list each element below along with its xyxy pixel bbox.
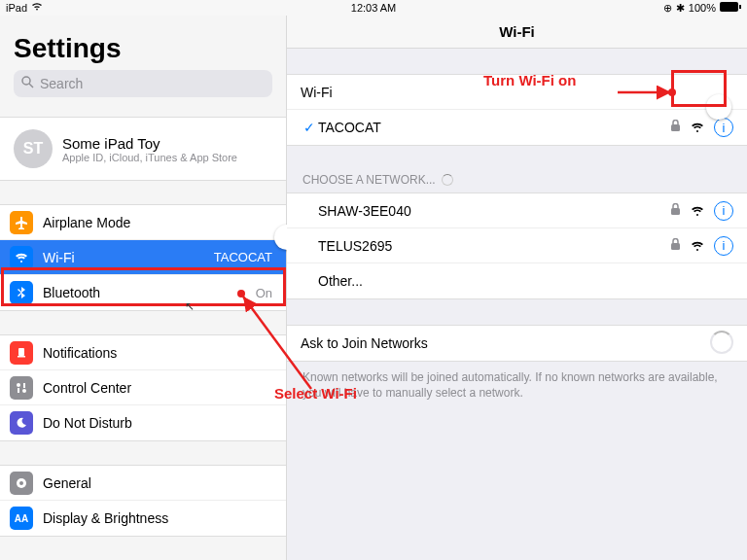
svg-rect-12: [671, 124, 680, 131]
network-name: TELUS2695: [318, 238, 670, 254]
notifications-label: Notifications: [43, 345, 117, 361]
wifi-strength-icon: [691, 238, 704, 254]
detail-title: Wi-Fi: [287, 16, 747, 49]
bluetooth-value: On: [256, 286, 272, 300]
display-icon: AA: [10, 507, 33, 530]
orientation-lock-icon: ⊕: [663, 2, 672, 15]
device-label: iPad: [6, 2, 27, 14]
wifi-status-icon: [31, 2, 43, 14]
other-network-row[interactable]: Other...: [287, 263, 747, 298]
wifi-strength-icon: [691, 120, 704, 135]
general-row[interactable]: General: [0, 466, 286, 501]
svg-rect-5: [18, 356, 25, 358]
status-bar: iPad 12:03 AM ⊕ ✱ 100%: [0, 0, 747, 16]
connected-network-name: TACOCAT: [318, 120, 670, 135]
svg-line-3: [29, 84, 33, 88]
ask-join-row: Ask to Join Networks: [287, 326, 747, 361]
airplane-mode-row[interactable]: Airplane Mode: [0, 205, 286, 240]
search-placeholder: Search: [40, 76, 83, 91]
gear-icon: [10, 472, 33, 495]
do-not-disturb-row[interactable]: Do Not Disturb: [0, 405, 286, 440]
account-subtitle: Apple ID, iCloud, iTunes & App Store: [62, 152, 237, 163]
wifi-icon: [10, 246, 33, 269]
network-row[interactable]: TELUS2695 i: [287, 228, 747, 263]
wifi-row[interactable]: Wi-Fi TACOCAT: [0, 240, 286, 275]
general-label: General: [43, 475, 91, 491]
ask-join-toggle[interactable]: [710, 331, 733, 357]
wifi-detail-pane: Wi-Fi Wi-Fi ✓ TACOCAT i CHOOSE A NETWORK…: [287, 16, 747, 560]
control-center-label: Control Center: [43, 380, 131, 396]
bluetooth-status-icon: ✱: [676, 2, 685, 15]
wifi-value: TACOCAT: [214, 250, 272, 264]
svg-point-2: [22, 77, 30, 85]
svg-point-11: [19, 481, 23, 485]
ask-join-label: Ask to Join Networks: [301, 335, 710, 351]
control-center-row[interactable]: Control Center: [0, 370, 286, 405]
battery-icon: [720, 2, 741, 14]
ask-join-hint: Known networks will be joined automatica…: [287, 362, 747, 401]
notifications-icon: [10, 341, 33, 365]
display-brightness-label: Display & Brightness: [43, 510, 168, 526]
battery-label: 100%: [689, 2, 716, 14]
svg-rect-0: [720, 2, 738, 12]
airplane-icon: [10, 211, 33, 234]
do-not-disturb-label: Do Not Disturb: [43, 415, 132, 431]
lock-icon: [670, 238, 681, 254]
choose-network-header: CHOOSE A NETWORK...: [302, 173, 436, 187]
info-icon[interactable]: i: [714, 201, 733, 221]
settings-sidebar: Settings Search ST Some iPad Toy Apple I…: [0, 16, 287, 560]
lock-icon: [670, 203, 681, 219]
network-row[interactable]: SHAW-3EE040 i: [287, 193, 747, 228]
svg-rect-14: [671, 243, 680, 250]
search-icon: [21, 76, 34, 91]
display-brightness-row[interactable]: AA Display & Brightness: [0, 501, 286, 536]
wifi-strength-icon: [691, 203, 704, 219]
svg-point-8: [22, 389, 26, 393]
svg-rect-9: [23, 383, 25, 388]
clock: 12:03 AM: [351, 2, 396, 14]
svg-rect-4: [18, 348, 24, 356]
airplane-mode-label: Airplane Mode: [43, 215, 130, 230]
moon-icon: [10, 411, 33, 435]
checkmark-icon: ✓: [301, 120, 318, 135]
connected-network-row[interactable]: ✓ TACOCAT i: [287, 110, 747, 145]
account-name: Some iPad Toy: [62, 135, 237, 152]
control-center-icon: [10, 376, 33, 400]
info-icon[interactable]: i: [714, 118, 733, 137]
page-title: Settings: [14, 33, 272, 64]
notifications-row[interactable]: Notifications: [0, 335, 286, 370]
avatar: ST: [14, 129, 53, 168]
svg-rect-7: [18, 388, 19, 393]
lock-icon: [670, 120, 681, 135]
wifi-toggle-row: Wi-Fi: [287, 75, 747, 110]
svg-point-6: [17, 383, 20, 387]
svg-rect-1: [739, 5, 741, 9]
wifi-label: Wi-Fi: [43, 250, 75, 265]
info-icon[interactable]: i: [714, 236, 733, 256]
svg-rect-13: [671, 208, 680, 215]
search-input[interactable]: Search: [14, 70, 272, 97]
bluetooth-label: Bluetooth: [43, 285, 100, 300]
network-name: SHAW-3EE040: [318, 203, 670, 219]
apple-id-row[interactable]: ST Some iPad Toy Apple ID, iCloud, iTune…: [0, 117, 286, 181]
other-label: Other...: [318, 273, 733, 289]
spinner-icon: [442, 174, 453, 186]
bluetooth-row[interactable]: Bluetooth On: [0, 275, 286, 310]
bluetooth-icon: [10, 281, 33, 304]
wifi-toggle-label: Wi-Fi: [301, 85, 733, 100]
